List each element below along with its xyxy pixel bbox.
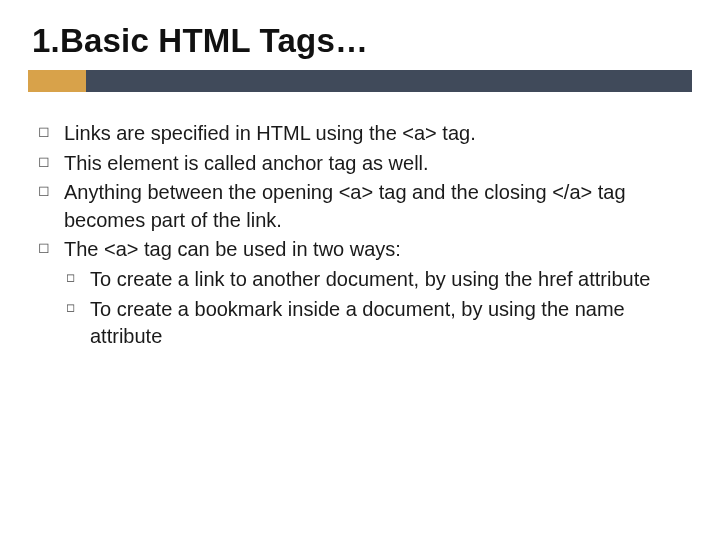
list-item-text: The <a> tag can be used in two ways:	[64, 238, 401, 260]
content-area: Links are specified in HTML using the <a…	[28, 120, 692, 351]
sub-list: To create a link to another document, by…	[64, 266, 682, 351]
sub-list-item: To create a bookmark inside a document, …	[64, 296, 682, 351]
sub-list-item: To create a link to another document, by…	[64, 266, 682, 294]
list-item-text: Anything between the opening <a> tag and…	[64, 181, 626, 231]
list-item: This element is called anchor tag as wel…	[34, 150, 682, 178]
list-item: The <a> tag can be used in two ways: To …	[34, 236, 682, 350]
list-item: Anything between the opening <a> tag and…	[34, 179, 682, 234]
accent-bar	[28, 70, 692, 92]
bullet-list: Links are specified in HTML using the <a…	[34, 120, 682, 351]
list-item-text: This element is called anchor tag as wel…	[64, 152, 429, 174]
sub-list-item-text: To create a bookmark inside a document, …	[90, 298, 625, 348]
list-item-text: Links are specified in HTML using the <a…	[64, 122, 476, 144]
sub-list-item-text: To create a link to another document, by…	[90, 268, 650, 290]
accent-bar-main	[28, 70, 692, 92]
page-title: 1.Basic HTML Tags…	[32, 22, 692, 60]
accent-bar-chip	[28, 70, 86, 92]
list-item: Links are specified in HTML using the <a…	[34, 120, 682, 148]
slide: 1.Basic HTML Tags… Links are specified i…	[0, 0, 720, 540]
